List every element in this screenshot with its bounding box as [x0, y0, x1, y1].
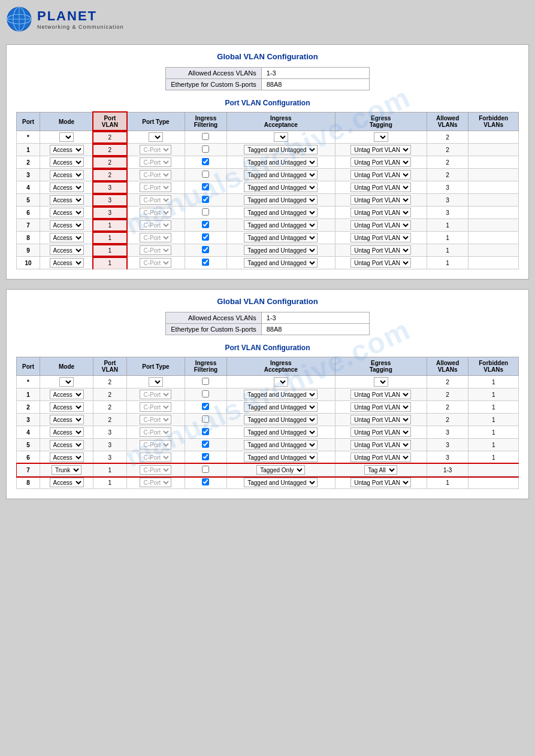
port-type-select[interactable]: C-Port: [140, 208, 171, 217]
cell-port-vlan[interactable]: 1: [93, 476, 127, 489]
ingress-filter-checkbox[interactable]: [202, 246, 209, 253]
ingress-accept-select[interactable]: Tagged and Untagged: [244, 195, 318, 205]
ingress-accept-select[interactable]: Tagged and Untagged: [244, 170, 318, 180]
cell-port-type[interactable]: C-Port: [126, 451, 185, 464]
port-type-select[interactable]: C-Port: [140, 145, 171, 154]
cell-port-vlan[interactable]: 1: [93, 219, 127, 232]
mode-select[interactable]: [59, 377, 74, 387]
cell-port-type[interactable]: C-Port: [126, 156, 185, 169]
cell-mode[interactable]: Trunk: [40, 464, 93, 476]
cell-egress-tag[interactable]: Tag All: [335, 464, 427, 476]
ingress-accept-select[interactable]: Tagged and Untagged: [244, 415, 318, 424]
port-type-select[interactable]: C-Port: [140, 233, 171, 242]
cell-ingress-accept[interactable]: [226, 376, 335, 388]
cell-ingress-accept[interactable]: Tagged and Untagged: [226, 439, 335, 451]
cell-ingress-filter[interactable]: [185, 219, 227, 232]
ingress-filter-checkbox[interactable]: [202, 233, 209, 241]
port-type-select[interactable]: C-Port: [140, 440, 171, 450]
ingress-accept-select[interactable]: Tagged and Untagged: [244, 390, 318, 399]
cell-ingress-accept[interactable]: Tagged and Untagged: [226, 414, 335, 426]
ingress-filter-checkbox[interactable]: [202, 259, 209, 266]
cell-ingress-accept[interactable]: Tagged and Untagged: [226, 144, 335, 156]
cell-ingress-filter[interactable]: [185, 464, 227, 476]
egress-tag-select[interactable]: Untag Port VLAN: [350, 183, 411, 192]
ingress-filter-checkbox[interactable]: [202, 196, 209, 203]
cell-port-type[interactable]: C-Port: [126, 426, 185, 439]
cell-port-type[interactable]: C-Port: [126, 257, 185, 269]
cell-egress-tag[interactable]: [335, 131, 427, 144]
cell-ingress-accept[interactable]: Tagged and Untagged: [226, 169, 335, 181]
cell-mode[interactable]: Access: [40, 426, 93, 439]
cell-egress-tag[interactable]: Untag Port VLAN: [335, 401, 427, 414]
cell-ingress-filter[interactable]: [185, 376, 227, 388]
cell-mode[interactable]: Access: [40, 181, 93, 194]
cell-egress-tag[interactable]: Untag Port VLAN: [335, 476, 427, 489]
cell-port-type[interactable]: C-Port: [126, 207, 185, 219]
cell-port-vlan[interactable]: 1: [93, 244, 127, 257]
ingress-accept-select[interactable]: Tagged and Untagged: [244, 220, 318, 230]
cell-mode[interactable]: Access: [40, 257, 93, 269]
ingress-filter-checkbox[interactable]: [202, 183, 209, 190]
cell-port-type[interactable]: C-Port: [126, 439, 185, 451]
egress-tag-select[interactable]: Untag Port VLAN: [350, 453, 411, 462]
cell-ingress-filter[interactable]: [185, 388, 227, 401]
cell-egress-tag[interactable]: Untag Port VLAN: [335, 194, 427, 207]
ingress-filter-checkbox[interactable]: [202, 428, 209, 435]
cell-ingress-filter[interactable]: [185, 194, 227, 207]
cell-mode[interactable]: Access: [40, 401, 93, 414]
cell-port-vlan[interactable]: 2: [93, 388, 127, 401]
cell-ingress-accept[interactable]: Tagged and Untagged: [226, 194, 335, 207]
ingress-filter-checkbox[interactable]: [202, 145, 209, 153]
cell-ingress-filter[interactable]: [185, 244, 227, 257]
ingress-filter-checkbox[interactable]: [202, 478, 209, 485]
ingress-accept-select[interactable]: Tagged and Untagged: [244, 478, 318, 487]
cell-egress-tag[interactable]: Untag Port VLAN: [335, 232, 427, 244]
cell-ingress-accept[interactable]: Tagged Only: [226, 464, 335, 476]
ingress-filter-checkbox[interactable]: [202, 158, 209, 165]
port-type-select[interactable]: C-Port: [140, 183, 171, 192]
port-type-select[interactable]: C-Port: [140, 415, 171, 424]
cell-egress-tag[interactable]: Untag Port VLAN: [335, 156, 427, 169]
cell-mode[interactable]: Access: [40, 232, 93, 244]
egress-tag-select[interactable]: Untag Port VLAN: [350, 220, 411, 230]
cell-egress-tag[interactable]: Untag Port VLAN: [335, 451, 427, 464]
cell-ingress-accept[interactable]: Tagged and Untagged: [226, 181, 335, 194]
ingress-filter-checkbox[interactable]: [202, 390, 209, 397]
ingress-accept-select[interactable]: Tagged and Untagged: [244, 145, 318, 154]
cell-mode[interactable]: Access: [40, 169, 93, 181]
cell-port-vlan[interactable]: 2: [93, 156, 127, 169]
cell-ingress-accept[interactable]: Tagged and Untagged: [226, 219, 335, 232]
mode-select[interactable]: Access: [50, 478, 84, 487]
cell-port-type[interactable]: C-Port: [126, 401, 185, 414]
mode-select[interactable]: Access: [50, 440, 84, 450]
cell-ingress-filter[interactable]: [185, 401, 227, 414]
mode-select[interactable]: Access: [50, 453, 84, 462]
egress-tag-select[interactable]: Untag Port VLAN: [350, 415, 411, 424]
egress-tag-select[interactable]: Untag Port VLAN: [350, 245, 411, 255]
ingress-filter-checkbox[interactable]: [202, 415, 209, 423]
egress-tag-select[interactable]: Untag Port VLAN: [350, 258, 411, 268]
egress-tag-select[interactable]: Untag Port VLAN: [350, 427, 411, 437]
ingress-accept-select[interactable]: Tagged and Untagged: [244, 453, 318, 462]
cell-ingress-filter[interactable]: [185, 426, 227, 439]
cell-egress-tag[interactable]: Untag Port VLAN: [335, 439, 427, 451]
egress-tag-select[interactable]: [374, 377, 388, 387]
cell-ingress-accept[interactable]: Tagged and Untagged: [226, 451, 335, 464]
cell-port-type[interactable]: C-Port: [126, 414, 185, 426]
cell-port-type[interactable]: [126, 131, 185, 144]
port-type-select[interactable]: C-Port: [140, 195, 171, 205]
cell-ingress-accept[interactable]: [226, 131, 335, 144]
cell-port-type[interactable]: C-Port: [126, 244, 185, 257]
mode-select[interactable]: Access: [50, 258, 84, 268]
ingress-accept-select[interactable]: [274, 132, 288, 142]
mode-select[interactable]: Access: [50, 157, 84, 167]
cell-port-vlan[interactable]: 1: [93, 257, 127, 269]
ingress-accept-select[interactable]: Tagged and Untagged: [244, 208, 318, 217]
mode-select[interactable]: Access: [50, 390, 84, 399]
egress-tag-select[interactable]: Untag Port VLAN: [350, 402, 411, 412]
cell-port-type[interactable]: C-Port: [126, 169, 185, 181]
ingress-filter-checkbox[interactable]: [202, 133, 209, 140]
cell-ingress-filter[interactable]: [185, 144, 227, 156]
mode-select[interactable]: Access: [50, 415, 84, 424]
cell-port-type[interactable]: C-Port: [126, 232, 185, 244]
